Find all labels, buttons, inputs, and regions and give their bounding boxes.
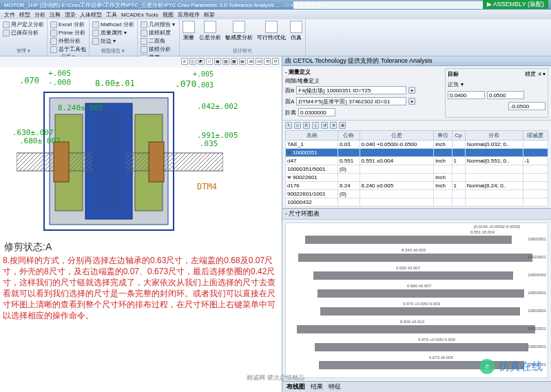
distance-label: 距离 xyxy=(285,109,296,116)
view-tool-icon[interactable]: ▩ xyxy=(231,58,238,65)
loop-bar-label: 0.070 +0.005/-0.003 xyxy=(403,302,440,306)
face-b-input[interactable] xyxy=(296,86,406,94)
assembly-tag[interactable]: ▶ ASSEMBLY (装配) xyxy=(483,0,548,9)
menu-工具[interactable]: 工具 xyxy=(106,11,117,19)
ribbon-item[interactable]: 质量属性 ▾ xyxy=(92,29,134,37)
workspace: ⎚◫◩□▦▨▩▤⊞⊟⟲⟳ .070 +.005 -.000 8.00±.01 .… xyxy=(0,56,551,392)
table-tool-icon[interactable]: ⊗ xyxy=(339,122,346,129)
ribbon-item[interactable]: 用户定义分析 xyxy=(3,21,44,28)
menu-注释[interactable]: 注释 xyxy=(50,11,61,19)
menu-渲染[interactable]: 渲染 xyxy=(65,11,76,19)
posneg-label: 正负 xyxy=(448,81,459,88)
table-area: ↖□⎘|↺✕⊗ 名称公称公差单位Cp分布缩减度 TAE_10.030.040 +… xyxy=(282,121,551,208)
table-row[interactable]: 90022601/1001(0) xyxy=(286,190,548,198)
table-tool-icon[interactable]: ↺ xyxy=(321,122,328,129)
view-tool-icon[interactable]: □ xyxy=(206,58,213,65)
table-tool-icon[interactable]: ⎘ xyxy=(303,122,310,129)
ribbon-item[interactable]: 基于工具包 xyxy=(50,45,86,53)
view-tool-icon[interactable]: ⟲ xyxy=(264,58,271,65)
menu-应用程序[interactable]: 应用程序 xyxy=(178,11,200,19)
view-tool-icon[interactable]: ⊞ xyxy=(247,58,254,65)
table-header[interactable]: 公差 xyxy=(360,131,434,141)
goal-input-2[interactable] xyxy=(487,91,524,99)
loop-bar[interactable] xyxy=(318,289,524,298)
ribbon-item[interactable]: 拔模分析 xyxy=(141,45,176,53)
menu-框架[interactable]: 框架 xyxy=(204,11,215,19)
table-tool-icon[interactable]: □ xyxy=(294,122,301,129)
goal-input-3[interactable] xyxy=(508,102,545,110)
distance-input[interactable] xyxy=(298,108,335,116)
ribbon-big-button[interactable]: 公差分析 xyxy=(199,21,221,41)
model-viewport[interactable]: ⎚◫◩□▦▨▩▤⊞⊟⟲⟳ .070 +.005 -.000 8.00±.01 .… xyxy=(0,56,282,392)
ribbon-item[interactable]: 几何报告 ▾ xyxy=(141,21,176,28)
menu-MCADEx Tools[interactable]: MCADEx Tools xyxy=(121,12,158,18)
instruction-text: 8.按同样的方式，分别再选择左边轴承的0.63尺寸，左端盖的0.68及0.07尺… xyxy=(3,255,282,321)
ribbon-big-button[interactable]: 可行性/优化 xyxy=(257,21,286,41)
loop-bar[interactable] xyxy=(313,271,513,280)
loop-bar[interactable] xyxy=(315,343,528,351)
table-tool-icon[interactable]: ✕ xyxy=(330,122,337,129)
posneg-dropdown[interactable]: ▾ xyxy=(461,81,464,87)
loop-bar[interactable] xyxy=(297,325,535,333)
loop-canvas[interactable]: [0.0149 +0.0503/-0.0503] 0.551 ±0.004100… xyxy=(285,223,548,378)
table-row[interactable]: 10000351 xyxy=(286,149,548,157)
bottom-tabs: 布线图结果特征 xyxy=(282,381,551,392)
table-header[interactable]: 公称 xyxy=(338,131,360,141)
view-tool-icon[interactable]: ▦ xyxy=(214,58,221,65)
pick-icon-2[interactable]: ▸ xyxy=(408,98,415,105)
ribbon-big-button[interactable]: 敏感度分析 xyxy=(225,21,253,41)
ribbon-item[interactable]: Excel 分析 xyxy=(50,21,86,28)
prec-value[interactable]: 4 ▾ xyxy=(538,71,545,77)
ribbon-icon xyxy=(141,21,147,28)
pick-icon[interactable]: ▸ xyxy=(408,87,415,94)
table-row[interactable]: d470.5510.551 ±0.004inch1Normal(0.551; 0… xyxy=(286,157,548,165)
menu-视图[interactable]: 视图 xyxy=(163,11,174,19)
ribbon-item[interactable]: Mathcad 分析 xyxy=(92,21,134,28)
view-tool-icon[interactable]: ◩ xyxy=(198,58,205,65)
view-tool-icon[interactable]: ⊟ xyxy=(256,58,262,65)
ribbon-big-icon xyxy=(233,21,245,33)
table-row[interactable]: TAE_10.030.040 +0.0500/-0.0500inchNormal… xyxy=(286,141,548,149)
table-header[interactable]: 单位 xyxy=(434,131,452,141)
loop-bar[interactable] xyxy=(305,236,512,244)
ribbon-big-button[interactable]: 测量 xyxy=(183,21,195,41)
view-tool-icon[interactable]: ⎚ xyxy=(181,58,188,65)
table-header[interactable]: 缩减度 xyxy=(523,131,548,141)
ribbon-item[interactable]: 短边 ▾ xyxy=(92,37,134,45)
menu-分析[interactable]: 分析 xyxy=(34,11,45,19)
table-header[interactable]: 名称 xyxy=(286,131,338,141)
loop-bar[interactable] xyxy=(320,307,520,316)
ribbon-big-button[interactable]: 仿真 xyxy=(290,21,302,41)
view-tool-icon[interactable]: ▨ xyxy=(222,58,229,65)
dim-035: .035 xyxy=(200,139,218,148)
dimension-table[interactable]: 名称公称公差单位Cp分布缩减度 TAE_10.030.040 +0.0500/-… xyxy=(285,130,548,207)
table-row[interactable]: 90022601inch xyxy=(286,174,548,182)
ribbon-item[interactable]: 拔模斜度 xyxy=(141,29,176,37)
tab-特征[interactable]: 特征 xyxy=(329,382,341,391)
ribbon-item[interactable]: Prime 分析 xyxy=(50,29,86,37)
ribbon-item[interactable]: 外部分析 xyxy=(50,37,86,45)
face-a-input[interactable] xyxy=(296,97,406,105)
table-header[interactable]: Cp xyxy=(452,131,465,141)
tab-结果[interactable]: 结果 xyxy=(311,382,323,391)
loop-bar[interactable] xyxy=(298,254,532,262)
table-tool-icon[interactable]: | xyxy=(312,122,319,129)
table-row[interactable]: d1768.248.240 ±0.005inch1Normal(8.24; 0.… xyxy=(286,182,548,190)
menu-文件[interactable]: 文件 xyxy=(4,11,15,19)
table-header[interactable]: 分布 xyxy=(465,131,523,141)
ribbon-item[interactable]: 已保存分析 xyxy=(3,29,44,37)
table-toolbar: ↖□⎘|↺✕⊗ xyxy=(285,122,548,129)
view-tool-icon[interactable]: ⟳ xyxy=(272,58,279,65)
menu-模型[interactable]: 模型 xyxy=(19,11,30,19)
loop-bar-label: 0.070 +0.005/-0.003 xyxy=(418,338,455,342)
tab-布线图[interactable]: 布线图 xyxy=(287,382,305,391)
table-row[interactable]: 10000432 xyxy=(286,198,548,207)
menu-人体模型[interactable]: 人体模型 xyxy=(80,11,102,19)
view-tool-icon[interactable]: ▤ xyxy=(239,58,246,65)
ribbon-item[interactable]: 二面角 xyxy=(141,37,176,45)
table-tool-icon[interactable]: ↖ xyxy=(285,122,292,129)
dim-070-left: .070 xyxy=(19,76,39,85)
table-row[interactable]: 10000351/5001(0) xyxy=(286,165,548,174)
view-tool-icon[interactable]: ◫ xyxy=(189,58,196,65)
goal-input-1[interactable] xyxy=(448,91,485,99)
